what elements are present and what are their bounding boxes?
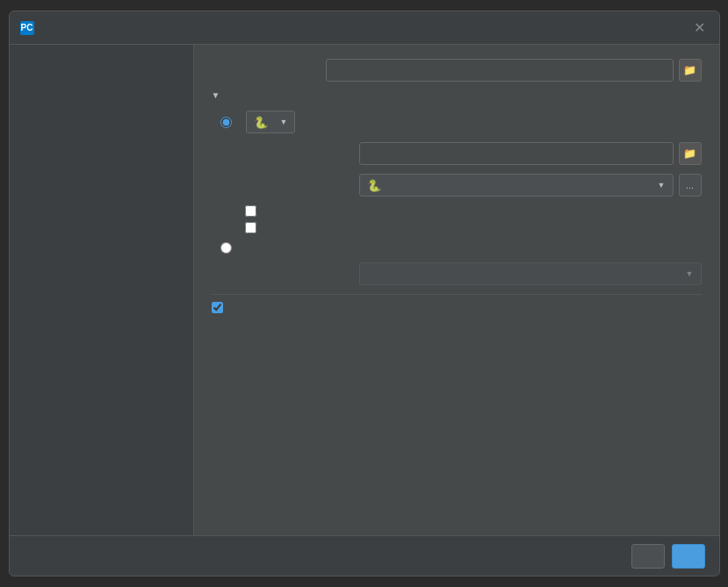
location-input[interactable] — [326, 59, 674, 82]
prev-configured-row — [220, 242, 702, 254]
interpreter-section-header[interactable]: ▼ — [212, 90, 702, 100]
chevron-down-icon: ▼ — [658, 181, 666, 190]
location-input-wrap: 📁 — [326, 59, 702, 82]
python-icon: 🐍 — [367, 179, 381, 192]
create-button[interactable] — [672, 544, 705, 569]
main-panel: 📁 ▼ 🐍 ▼ — [194, 45, 719, 535]
chevron-down-icon: ▼ — [212, 90, 220, 100]
new-env-radio[interactable] — [220, 117, 232, 128]
interpreter-select: ▼ — [359, 262, 702, 285]
make-available-checkbox[interactable] — [245, 222, 256, 233]
location-row: 📁 — [212, 59, 702, 82]
close-button[interactable]: ✕ — [691, 19, 709, 37]
virtualenv-icon: 🐍 — [254, 116, 268, 129]
bottom-bar — [10, 535, 719, 576]
create-script-row — [212, 302, 702, 313]
make-available-row — [245, 222, 702, 233]
venv-location-input-wrap: 📁 — [359, 142, 702, 165]
title-bar: PC ✕ — [10, 11, 719, 45]
virtualenv-dropdown-wrap: 🐍 ▼ — [246, 111, 296, 133]
base-interpreter-select[interactable]: 🐍 ▼ — [359, 174, 674, 197]
cancel-button[interactable] — [631, 544, 665, 569]
base-interpreter-input-wrap: 🐍 ▼ ... — [359, 174, 702, 197]
base-interpreter-row: 🐍 ▼ ... — [245, 174, 702, 197]
new-project-dialog: PC ✕ 📁 ▼ — [9, 11, 720, 576]
project-type-sidebar — [10, 45, 194, 535]
app-icon: PC — [20, 21, 34, 35]
inherit-packages-checkbox[interactable] — [245, 205, 256, 217]
create-script-checkbox[interactable] — [212, 302, 223, 313]
venv-subsection: 📁 🐍 ▼ ... — [245, 142, 702, 233]
chevron-down-icon: ▼ — [686, 269, 694, 278]
inherit-packages-row — [245, 205, 702, 217]
interpreter-select-wrap: ▼ — [359, 262, 702, 285]
dialog-content: 📁 ▼ 🐍 ▼ — [10, 45, 719, 535]
prev-configured-radio[interactable] — [220, 242, 232, 254]
interpreter-row: ▼ — [245, 262, 702, 285]
chevron-down-icon: ▼ — [280, 118, 288, 126]
venv-location-row: 📁 — [245, 142, 702, 165]
new-env-row: 🐍 ▼ — [220, 111, 702, 133]
location-folder-button[interactable]: 📁 — [679, 59, 702, 82]
virtualenv-select[interactable]: 🐍 ▼ — [246, 111, 296, 133]
base-interpreter-more-button[interactable]: ... — [679, 174, 702, 197]
interpreter-section-body: 🐍 ▼ 📁 — [220, 111, 702, 285]
venv-location-input[interactable] — [359, 142, 674, 165]
venv-folder-button[interactable]: 📁 — [679, 142, 702, 165]
